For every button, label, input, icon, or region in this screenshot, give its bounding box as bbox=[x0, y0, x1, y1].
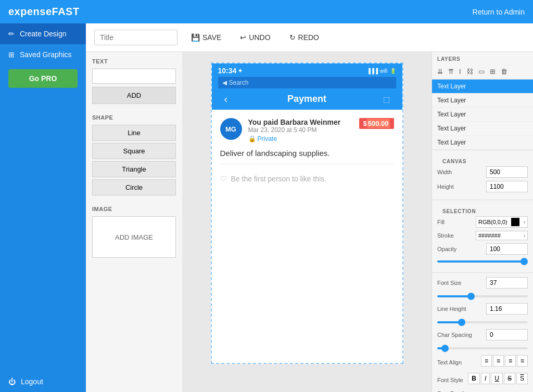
back-search-icon: ◀ bbox=[222, 79, 227, 86]
canvas-properties: CANVAS Width Height bbox=[432, 150, 533, 200]
redo-button[interactable]: ↻ REDO bbox=[284, 30, 324, 45]
layer-item-3[interactable]: Text Layer bbox=[432, 108, 533, 122]
opacity-label: Opacity bbox=[437, 246, 456, 252]
layer-rect-btn[interactable]: ▭ bbox=[476, 66, 487, 77]
font-size-input[interactable] bbox=[486, 277, 528, 289]
shape-triangle-button[interactable]: Triangle bbox=[92, 161, 176, 177]
add-text-button[interactable]: ADD bbox=[92, 87, 176, 104]
content-area: 💾 SAVE ↩ UNDO ↻ REDO TEXT ADD bbox=[86, 23, 533, 392]
phone-status-bar: 10:34 ⌖ ▐▐▐ wifi 🔋 bbox=[218, 67, 396, 77]
nav-back-icon[interactable]: ‹ bbox=[224, 93, 228, 105]
return-to-admin-link[interactable]: Return to Admin bbox=[473, 8, 525, 16]
italic-btn[interactable]: I bbox=[481, 373, 490, 384]
canvas-area[interactable]: 10:34 ⌖ ▐▐▐ wifi 🔋 ◀ Search bbox=[182, 52, 432, 392]
phone-search-bar: ◀ Search bbox=[218, 77, 396, 88]
toolbar: 💾 SAVE ↩ UNDO ↻ REDO bbox=[86, 23, 533, 52]
title-input[interactable] bbox=[94, 30, 177, 45]
add-image-button[interactable]: ADD IMAGE bbox=[92, 216, 176, 258]
phone-header: 10:34 ⌖ ▐▐▐ wifi 🔋 ◀ Search bbox=[212, 63, 402, 110]
layer-item-1[interactable]: Text Layer bbox=[432, 80, 533, 94]
line-height-label: Line Height bbox=[437, 306, 466, 312]
layer-pin-btn[interactable]: ⊞ bbox=[488, 66, 498, 77]
shape-circle-button[interactable]: Circle bbox=[92, 179, 176, 195]
image-section-title: IMAGE bbox=[92, 206, 176, 212]
fill-label: Fill bbox=[437, 219, 445, 225]
shape-section: SHAPE Line Square Triangle Circle bbox=[92, 114, 176, 198]
transaction-privacy: 🔒 Private bbox=[248, 135, 353, 142]
underline-btn[interactable]: U bbox=[491, 373, 503, 384]
char-spacing-row: Char Spacing bbox=[437, 329, 528, 351]
amount-highlight: 500.00 bbox=[367, 119, 390, 128]
layer-move-up-btn[interactable]: ⇈ bbox=[446, 66, 456, 77]
height-input[interactable] bbox=[486, 181, 528, 192]
nav-options-icon: ⬚ bbox=[383, 95, 390, 103]
layer-delete-btn[interactable]: 🗑 bbox=[499, 66, 510, 77]
char-spacing-slider[interactable] bbox=[437, 347, 528, 349]
sidebar: ✏ Create Design ⊞ Saved Graphics Go PRO … bbox=[0, 23, 86, 392]
align-justify-btn[interactable]: ≡ bbox=[517, 355, 528, 367]
opacity-input[interactable] bbox=[486, 243, 528, 255]
transaction-info: You paid Barbara Weinmer Mar 23, 2020 at… bbox=[248, 118, 353, 142]
layer-item-5[interactable]: Text Layer bbox=[432, 136, 533, 150]
battery-icon: 🔋 bbox=[390, 68, 396, 74]
work-area: TEXT ADD SHAPE Line Square Triangle Circ… bbox=[86, 52, 533, 392]
align-right-btn[interactable]: ≡ bbox=[505, 355, 516, 367]
sidebar-item-label: Logout bbox=[21, 377, 43, 386]
phone-nav-bar: ‹ Payment ⬚ bbox=[218, 88, 396, 110]
width-input[interactable] bbox=[486, 166, 528, 178]
logout-icon: ⏻ bbox=[8, 377, 16, 386]
go-pro-button[interactable]: Go PRO bbox=[8, 69, 78, 88]
redo-label: REDO bbox=[298, 33, 319, 42]
layer-link-btn[interactable]: ⛓ bbox=[464, 66, 475, 77]
save-button[interactable]: 💾 SAVE bbox=[186, 30, 226, 45]
shape-line-button[interactable]: Line bbox=[92, 125, 176, 141]
opacity-slider-container bbox=[437, 257, 528, 264]
bold-btn[interactable]: B bbox=[468, 373, 480, 384]
stroke-value[interactable]: ####### › bbox=[476, 231, 528, 240]
like-text: Be the first person to like this. bbox=[231, 175, 327, 183]
lock-icon: 🔒 bbox=[248, 135, 256, 142]
fill-chevron-icon: › bbox=[524, 219, 525, 225]
line-height-slider[interactable] bbox=[437, 321, 528, 323]
phone-content: MG You paid Barbara Weinmer Mar 23, 2020… bbox=[212, 110, 402, 191]
privacy-label: Private bbox=[258, 135, 277, 142]
text-align-row: Text Align ≡ ≡ ≡ ≡ bbox=[437, 355, 528, 370]
layers-title: LAYERS bbox=[432, 52, 533, 64]
sidebar-item-saved-graphics[interactable]: ⊞ Saved Graphics bbox=[0, 44, 86, 65]
font-size-slider[interactable] bbox=[437, 295, 528, 297]
text-input[interactable] bbox=[92, 69, 176, 84]
heart-icon: ♡ bbox=[220, 175, 227, 183]
undo-label: UNDO bbox=[249, 33, 270, 42]
transaction-date: Mar 23, 2020 at 5:40 PM bbox=[248, 126, 353, 134]
font-style-options: B I U S S bbox=[468, 373, 528, 384]
sidebar-item-logout[interactable]: ⏻ Logout bbox=[0, 371, 86, 392]
char-spacing-input[interactable] bbox=[486, 329, 528, 341]
align-left-btn[interactable]: ≡ bbox=[481, 355, 492, 367]
overline-btn[interactable]: S bbox=[516, 373, 528, 384]
fill-row: Fill RGB(0,0,0) › bbox=[437, 216, 528, 228]
layer-italic-btn[interactable]: I bbox=[457, 66, 463, 77]
layer-item-2[interactable]: Text Layer bbox=[432, 94, 533, 108]
text-align-label: Text Align bbox=[437, 359, 462, 365]
strikethrough-btn[interactable]: S bbox=[504, 373, 515, 384]
align-center-btn[interactable]: ≡ bbox=[493, 355, 504, 367]
char-spacing-label: Char Spacing bbox=[437, 332, 472, 338]
left-panel: TEXT ADD SHAPE Line Square Triangle Circ… bbox=[86, 52, 182, 392]
shape-square-button[interactable]: Square bbox=[92, 143, 176, 159]
grid-icon: ⊞ bbox=[8, 50, 15, 59]
layers-toolbar: ⇊ ⇈ I ⛓ ▭ ⊞ 🗑 bbox=[432, 64, 533, 80]
undo-icon: ↩ bbox=[240, 33, 246, 42]
line-height-input[interactable] bbox=[486, 303, 528, 315]
layer-move-down-btn[interactable]: ⇊ bbox=[435, 66, 445, 77]
height-row: Height bbox=[437, 181, 528, 192]
layer-item-4[interactable]: Text Layer bbox=[432, 122, 533, 136]
fill-value[interactable]: RGB(0,0,0) › bbox=[476, 216, 528, 228]
sidebar-item-label: Saved Graphics bbox=[20, 50, 72, 59]
like-row: ♡ Be the first person to like this. bbox=[220, 171, 394, 183]
avatar: MG bbox=[220, 118, 242, 140]
layers-list: Text Layer Text Layer Text Layer Text La… bbox=[432, 80, 533, 150]
line-height-row: Line Height bbox=[437, 303, 528, 325]
opacity-slider[interactable] bbox=[437, 260, 528, 263]
undo-button[interactable]: ↩ UNDO bbox=[235, 30, 275, 45]
sidebar-item-create-design[interactable]: ✏ Create Design bbox=[0, 23, 86, 44]
